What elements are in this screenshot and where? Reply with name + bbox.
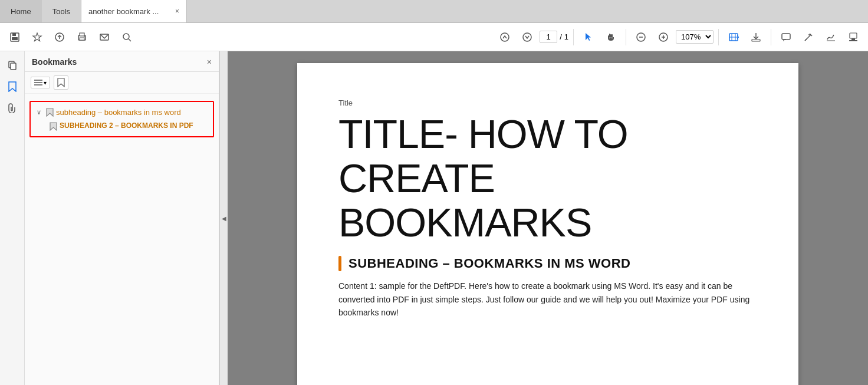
star-icon [32,32,42,42]
next-page-icon [522,32,532,42]
svg-rect-37 [849,40,857,41]
svg-point-11 [123,34,129,40]
bookmarks-toolbar: ▾ [25,72,219,94]
svg-point-9 [84,36,85,37]
collapse-arrow: ◀ [222,215,226,222]
zoom-out-icon [636,32,646,42]
print-icon [77,32,87,42]
svg-point-14 [523,33,531,41]
fit-page-button[interactable] [724,27,744,47]
comment-button[interactable] [776,27,796,47]
bookmarks-options-btn[interactable] [54,75,68,90]
bookmark-label-child: SUBHEADING 2 – BOOKMARKS IN PDF [60,121,193,130]
svg-rect-1 [12,33,16,36]
bookmark-item-child[interactable]: SUBHEADING 2 – BOOKMARKS IN PDF [33,120,211,133]
svg-rect-16 [609,34,610,38]
svg-rect-39 [11,63,16,70]
bookmarks-title: Bookmarks [32,57,77,67]
zoom-in-button[interactable] [653,27,673,47]
stamp-button[interactable] [843,27,863,47]
prev-page-button[interactable] [495,27,515,47]
comment-icon [781,32,791,42]
pen-icon [803,32,814,42]
page-current-input[interactable] [540,31,557,43]
svg-rect-8 [80,38,84,40]
sidebar-bookmark-btn[interactable] [3,77,22,96]
save-button[interactable] [5,27,25,47]
pdf-viewer[interactable]: Title TITLE- HOW TO CREATE BOOKMARKS SUB… [228,51,868,385]
active-tab-label: another bookmark ... [88,7,159,16]
upload-button[interactable] [50,27,70,47]
zoom-out-button[interactable] [631,27,651,47]
save-icon [9,32,20,42]
page-separator: / [560,32,562,41]
bookmark-item-parent[interactable]: ∨ subheading – bookmarks in ms word [33,106,211,120]
attach-icon [8,103,17,113]
svg-rect-2 [12,37,18,40]
sidebar-attach-btn[interactable] [3,98,22,117]
page-nav: / 1 [540,31,568,43]
svg-line-33 [805,39,807,41]
sign-icon [826,32,836,42]
stamp-icon [848,32,859,42]
svg-marker-46 [50,123,57,130]
sign-button[interactable] [821,27,841,47]
tab-bar: Home Tools another bookmark ... × [0,0,868,23]
download-icon [751,32,761,42]
tab-home[interactable]: Home [0,0,42,22]
bookmark-icon [8,81,17,92]
pdf-subheading-container: SUBHEADING – BOOKMARKS IN MS WORD [338,256,757,271]
main-layout: Bookmarks × ▾ ∨ [0,51,868,385]
pdf-page: Title TITLE- HOW TO CREATE BOOKMARKS SUB… [297,63,798,385]
bookmark-icon-parent [46,108,54,117]
pdf-subheading-text: SUBHEADING – BOOKMARKS IN MS WORD [348,256,631,271]
bookmark-add-icon [57,78,65,87]
bookmark-label-parent: subheading – bookmarks in ms word [56,107,181,118]
prev-page-icon [499,32,510,42]
bookmarks-content: ∨ subheading – bookmarks in ms word SUBH… [25,94,219,385]
page-total: 1 [564,32,568,41]
fit-page-icon [728,32,739,42]
svg-marker-3 [33,33,41,41]
zoom-select[interactable]: 107% 75% 100% 125% 150% [676,30,714,44]
pdf-content-text: Content 1: sample for the DeftPDF. Here'… [338,279,751,319]
svg-marker-15 [586,33,591,41]
bookmarks-list-btn[interactable]: ▾ [31,77,50,88]
pdf-main-title: TITLE- HOW TO CREATE BOOKMARKS [338,112,757,244]
sidebar-pages-btn[interactable] [3,56,22,75]
tab-tools[interactable]: Tools [42,0,81,22]
tab-active[interactable]: another bookmark ... × [81,0,187,22]
pen-button[interactable] [798,27,818,47]
collapse-handle[interactable]: ◀ [219,51,228,385]
bookmark-expand-icon[interactable]: ∨ [37,108,44,116]
svg-marker-44 [58,78,64,87]
search-button[interactable] [117,27,137,47]
svg-point-13 [501,33,509,41]
next-page-button[interactable] [517,27,537,47]
tab-close-icon[interactable]: × [175,7,179,15]
cursor-button[interactable] [578,27,599,47]
hand-button[interactable] [601,27,621,47]
email-button[interactable] [94,27,114,47]
cursor-icon [584,32,593,42]
bookmark-selected-box: ∨ subheading – bookmarks in ms word SUBH… [29,101,214,137]
svg-marker-40 [9,82,16,91]
star-button[interactable] [27,27,47,47]
svg-line-12 [129,39,131,41]
upload-icon [54,32,65,42]
toolbar: / 1 107% 75% 100% 125% [0,23,868,51]
svg-rect-18 [611,34,613,38]
bookmark-icon-child [50,122,57,131]
svg-rect-36 [851,38,855,40]
svg-rect-35 [850,33,857,38]
bookmarks-panel: Bookmarks × ▾ ∨ [25,51,219,385]
svg-rect-29 [752,40,760,41]
sidebar-icons [0,51,25,385]
svg-rect-17 [610,34,611,38]
list-icon [34,79,42,86]
bookmarks-close-btn[interactable]: × [207,57,212,67]
svg-rect-31 [782,34,790,40]
bookmarks-header: Bookmarks × [25,51,219,72]
download-button[interactable] [746,27,766,47]
print-button[interactable] [72,27,92,47]
